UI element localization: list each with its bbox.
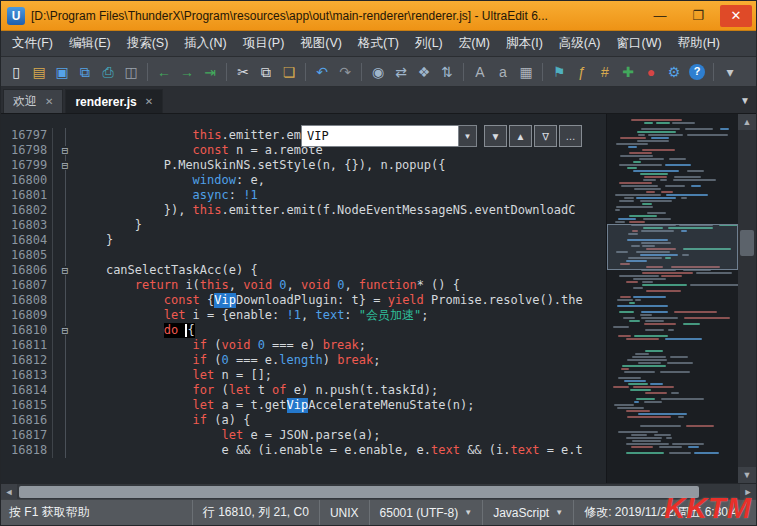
code-line[interactable]: 16813 let n = []; [1, 368, 606, 383]
line-number: 16798 [1, 143, 53, 158]
tab-renderer-js[interactable]: renderer.js ✕ [65, 89, 163, 113]
fold-toggle-icon[interactable]: ⊟ [62, 161, 69, 170]
find-icon[interactable]: ◉ [367, 61, 389, 83]
scroll-left-icon[interactable]: ◄ [1, 484, 17, 500]
status-encoding[interactable]: 65001 (UTF-8) ▼ [369, 500, 483, 525]
minimap[interactable] [606, 114, 738, 483]
menu-item[interactable]: 宏(M) [452, 32, 497, 55]
code-line[interactable]: 16818 e && (i.enable = e.enable, e.text … [1, 443, 606, 458]
plugin-icon[interactable]: ✚ [617, 61, 639, 83]
code-text: if (a) { [77, 413, 606, 428]
menu-item[interactable]: 帮助(H) [671, 32, 727, 55]
find-filter-button[interactable]: ∇ [534, 125, 557, 147]
help-icon[interactable]: ? [689, 64, 705, 80]
menu-item[interactable]: 文件(F) [5, 32, 60, 55]
menu-item[interactable]: 编辑(E) [62, 32, 118, 55]
print-preview-icon[interactable]: ◫ [120, 61, 142, 83]
maximize-button[interactable]: ❐ [682, 5, 714, 27]
tab-list-dropdown-icon[interactable]: ▼ [734, 95, 756, 106]
find-more-button[interactable]: … [559, 125, 582, 147]
code-line[interactable]: 16810⊟ do { [1, 323, 606, 338]
status-line-ending[interactable]: UNIX [319, 500, 369, 525]
menu-item[interactable]: 视图(V) [293, 32, 349, 55]
sort-icon[interactable]: ⇅ [436, 61, 458, 83]
fold-toggle-icon[interactable]: ⊟ [62, 326, 69, 335]
replace-icon[interactable]: ⇄ [390, 61, 412, 83]
tab-welcome[interactable]: 欢迎 ✕ [3, 89, 63, 113]
lowercase-icon[interactable]: a [492, 61, 514, 83]
menu-item[interactable]: 列(L) [408, 32, 450, 55]
window-title: [D:\Program Files\ThunderX\Program\resou… [31, 9, 638, 23]
vertical-scroll-track[interactable] [738, 130, 756, 467]
code-line[interactable]: 16811 if (void 0 === e) break; [1, 338, 606, 353]
undo-icon[interactable]: ↶ [311, 61, 333, 83]
back-icon[interactable]: ← [153, 61, 175, 83]
cut-icon[interactable]: ✂ [232, 61, 254, 83]
forward-icon[interactable]: → [176, 61, 198, 83]
toolbar-overflow-icon[interactable]: ▾ [719, 61, 741, 83]
editor: 16797 this.emitter.emit(f.NodeEvent16798… [1, 113, 756, 483]
close-tab-icon[interactable]: ✕ [145, 96, 153, 107]
vertical-scrollbar[interactable]: ▲ ▼ [738, 114, 756, 483]
search-input[interactable] [301, 125, 459, 147]
code-line[interactable]: 16814 for (let t of e) n.push(t.taskId); [1, 383, 606, 398]
horizontal-scrollbar[interactable]: ◄ ► [1, 483, 756, 499]
code-line[interactable]: 16803 } [1, 218, 606, 233]
save-icon[interactable]: ▣ [51, 61, 73, 83]
close-tab-icon[interactable]: ✕ [45, 96, 53, 107]
code-line[interactable]: 16802 }), this.emitter.emit(f.NodeEventM… [1, 203, 606, 218]
menu-item[interactable]: 格式(T) [351, 32, 406, 55]
scroll-down-icon[interactable]: ▼ [738, 467, 756, 483]
horizontal-scroll-thumb[interactable] [19, 486, 699, 498]
code-line[interactable]: 16799⊟ P.MenuSkinNS.setStyle(n, {}), n.p… [1, 158, 606, 173]
code-line[interactable]: 16808 const {VipDownloadPlugin: t} = yie… [1, 293, 606, 308]
find-in-files-icon[interactable]: ❖ [413, 61, 435, 83]
tag-list-icon[interactable]: # [594, 61, 616, 83]
code-line[interactable]: 16816 if (a) { [1, 413, 606, 428]
code-line[interactable]: 16800 window: e, [1, 173, 606, 188]
redo-icon[interactable]: ↷ [334, 61, 356, 83]
code-area[interactable]: 16797 this.emitter.emit(f.NodeEvent16798… [1, 114, 606, 483]
menu-item[interactable]: 搜索(S) [120, 32, 176, 55]
print-icon[interactable]: ⎙ [97, 61, 119, 83]
new-file-icon[interactable]: ▯ [5, 61, 27, 83]
menu-item[interactable]: 脚本(I) [499, 32, 550, 55]
find-prev-button[interactable]: ▲ [509, 125, 532, 147]
copy-icon[interactable]: ⧉ [255, 61, 277, 83]
bookmark-icon[interactable]: ⚑ [548, 61, 570, 83]
code-line[interactable]: 16815 let a = t.getVipAccelerateMenuStat… [1, 398, 606, 413]
uppercase-icon[interactable]: A [469, 61, 491, 83]
function-list-icon[interactable]: ƒ [571, 61, 593, 83]
vertical-scroll-thumb[interactable] [740, 230, 754, 256]
fold-toggle-icon[interactable]: ⊟ [62, 146, 69, 155]
code-line[interactable]: 16804 } [1, 233, 606, 248]
code-text: for (let t of e) n.push(t.taskId); [77, 383, 606, 398]
code-line[interactable]: 16807 return i(this, void 0, void 0, fun… [1, 278, 606, 293]
menu-item[interactable]: 插入(N) [177, 32, 233, 55]
horizontal-scroll-track[interactable] [17, 484, 740, 500]
scroll-up-icon[interactable]: ▲ [738, 114, 756, 130]
menu-item[interactable]: 窗口(W) [610, 32, 669, 55]
settings-icon[interactable]: ⚙ [663, 61, 685, 83]
close-button[interactable]: ✕ [720, 5, 752, 27]
minimize-button[interactable]: — [644, 5, 676, 27]
menu-item[interactable]: 项目(P) [236, 32, 292, 55]
open-folder-icon[interactable]: ▤ [28, 61, 50, 83]
minimap-viewport[interactable] [607, 224, 738, 270]
debug-icon[interactable]: ● [640, 61, 662, 83]
code-line[interactable]: 16801 async: !1 [1, 188, 606, 203]
code-line[interactable]: 16817 let e = JSON.parse(a); [1, 428, 606, 443]
find-next-button[interactable]: ▼ [484, 125, 507, 147]
menu-item[interactable]: 高级(A) [552, 32, 608, 55]
code-line[interactable]: 16809 let i = {enable: !1, text: "会员加速"; [1, 308, 606, 323]
column-mode-icon[interactable]: ▦ [515, 61, 537, 83]
goto-icon[interactable]: ⇥ [199, 61, 221, 83]
fold-toggle-icon[interactable]: ⊟ [62, 266, 69, 275]
code-line[interactable]: 16806⊟ canSelectTaskAcc(e) { [1, 263, 606, 278]
search-history-dropdown-icon[interactable]: ▼ [459, 125, 477, 147]
code-line[interactable]: 16805 [1, 248, 606, 263]
status-language[interactable]: JavaScript ▼ [482, 500, 573, 525]
code-line[interactable]: 16812 if (0 === e.length) break; [1, 353, 606, 368]
paste-icon[interactable]: ❏ [278, 61, 300, 83]
save-all-icon[interactable]: ⧉ [74, 61, 96, 83]
